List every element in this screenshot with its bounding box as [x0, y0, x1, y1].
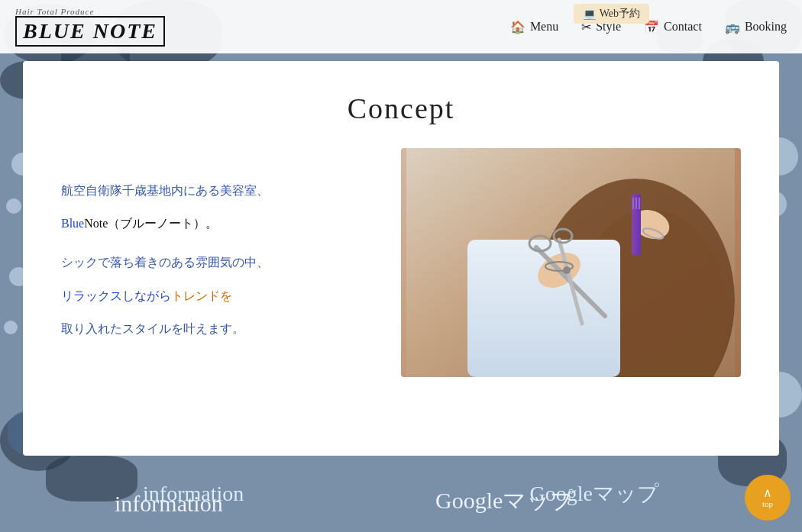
header: Hair Total Produce BLUE NOTE 🏠 Menu ✂ St…	[0, 0, 802, 53]
logo-main: BLUE NOTE	[15, 16, 165, 47]
concept-line-6: 取り入れたスタイルを叶えます。	[61, 315, 370, 342]
concept-line-2: BlueNote（ブルーノート）。	[61, 210, 370, 237]
nav-contact-label: Contact	[664, 20, 702, 34]
concept-body: 航空自衛隊千歳基地内にある美容室、 BlueNote（ブルーノート）。 シックで…	[61, 148, 741, 377]
home-icon: 🏠	[510, 20, 526, 34]
web-booking-banner[interactable]: 💻 Web予約	[574, 4, 649, 24]
concept-line-1: 航空自衛隊千歳基地内にある美容室、	[61, 177, 370, 204]
camo-blob	[6, 198, 21, 214]
nav-contact[interactable]: 📅 Contact	[644, 20, 702, 34]
camo-blob	[4, 321, 18, 334]
salon-image-svg	[406, 148, 735, 377]
concept-title: Concept	[348, 92, 455, 125]
concept-line-4: シックで落ち着きのある雰囲気の中、	[61, 249, 370, 276]
nav-booking[interactable]: 🚌 Booking	[725, 20, 787, 34]
concept-section: Concept 航空自衛隊千歳基地内にある美容室、 BlueNote（ブルーノー…	[23, 61, 779, 456]
nav-menu[interactable]: 🏠 Menu	[510, 20, 558, 34]
web-booking-label: Web予約	[600, 7, 640, 21]
logo-area: Hair Total Produce BLUE NOTE	[15, 7, 165, 47]
google-map-text: Googleマップ	[435, 485, 574, 517]
nav-booking-label: Booking	[745, 20, 787, 34]
back-to-top-button[interactable]: ∧ top	[745, 475, 791, 521]
logo-subtitle: Hair Total Produce	[15, 7, 165, 16]
back-to-top-label: top	[762, 499, 773, 508]
bus-icon: 🚌	[725, 20, 740, 34]
back-to-top-arrow: ∧	[763, 487, 772, 499]
nav-menu-label: Menu	[530, 20, 558, 34]
concept-line-5: リラックスしながらトレンドを	[61, 282, 370, 309]
information-text: information	[115, 491, 223, 517]
web-booking-icon: 💻	[583, 8, 596, 21]
concept-image	[401, 148, 741, 377]
concept-text: 航空自衛隊千歳基地内にある美容室、 BlueNote（ブルーノート）。 シックで…	[61, 177, 370, 348]
